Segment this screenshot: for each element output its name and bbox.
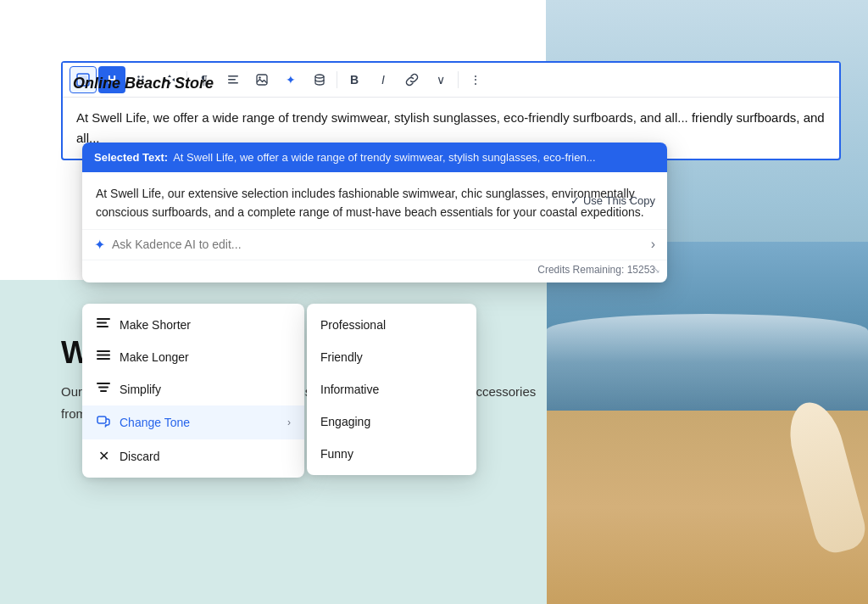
selected-text-label: Selected Text: <box>94 151 168 164</box>
change-tone-arrow-icon: › <box>287 417 291 428</box>
professional-label: Professional <box>320 318 386 332</box>
ai-suggestion-text: At Swell Life, our extensive selection i… <box>96 187 644 219</box>
svg-rect-14 <box>97 318 110 320</box>
svg-rect-11 <box>257 75 267 85</box>
ai-popup: Selected Text: At Swell Life, we offer a… <box>82 143 667 282</box>
svg-rect-15 <box>97 322 107 324</box>
svg-rect-8 <box>228 76 238 77</box>
check-icon: ✓ <box>570 194 580 207</box>
toolbar-overflow-btn[interactable]: ⋮ <box>462 66 489 93</box>
discard-label: Discard <box>120 450 291 463</box>
submenu-item-friendly[interactable]: Friendly <box>307 341 476 373</box>
friendly-label: Friendly <box>320 350 363 364</box>
make-longer-label: Make Longer <box>120 350 291 364</box>
ai-suggestion-area: At Swell Life, our extensive selection i… <box>82 172 667 229</box>
selected-text-bar: Selected Text: At Swell Life, we offer a… <box>82 143 667 172</box>
discard-icon: ✕ <box>96 448 111 464</box>
ai-resize-handle: ⤡ <box>652 264 660 276</box>
svg-rect-19 <box>97 358 110 360</box>
toolbar-link-btn[interactable] <box>398 66 426 93</box>
menu-item-make-longer[interactable]: Make Longer <box>82 341 304 373</box>
context-menu: Make Shorter Make Longer Simplify <box>82 304 304 478</box>
page-title: Online Beach Store <box>73 75 214 92</box>
toolbar-sep-2 <box>337 71 337 88</box>
svg-rect-18 <box>97 355 110 356</box>
toolbar-ai-btn[interactable]: ✦ <box>277 66 304 93</box>
submenu-item-funny[interactable]: Funny <box>307 438 476 470</box>
toolbar-expand-btn[interactable]: ∨ <box>427 66 454 93</box>
svg-rect-22 <box>100 390 107 392</box>
menu-item-change-tone[interactable]: Change Tone › <box>82 405 304 439</box>
svg-rect-20 <box>97 383 110 384</box>
change-tone-icon <box>96 414 111 431</box>
svg-point-13 <box>315 75 324 78</box>
toolbar-align-btn[interactable] <box>220 66 247 93</box>
selected-text-content: At Swell Life, we offer a wide range of … <box>173 151 595 164</box>
svg-rect-21 <box>98 387 108 389</box>
simplify-label: Simplify <box>120 383 291 396</box>
toolbar-sep-3 <box>458 71 459 88</box>
menu-item-discard[interactable]: ✕ Discard <box>82 439 304 473</box>
use-this-copy-label: Use This Copy <box>583 194 655 207</box>
svg-point-12 <box>259 76 260 78</box>
use-this-copy-button[interactable]: ✓ Use This Copy <box>570 194 655 207</box>
ai-edit-input[interactable] <box>112 238 644 251</box>
svg-rect-23 <box>97 417 106 423</box>
menu-item-simplify[interactable]: Simplify <box>82 373 304 405</box>
svg-rect-9 <box>228 79 236 81</box>
submenu-item-informative[interactable]: Informative <box>307 373 476 405</box>
credits-remaining: Credits Remaining: 15253 <box>537 264 655 276</box>
toolbar-db-btn[interactable] <box>306 66 333 93</box>
change-tone-label: Change Tone <box>120 416 279 429</box>
informative-label: Informative <box>320 383 379 396</box>
toolbar-image-btn[interactable] <box>248 66 275 93</box>
make-shorter-label: Make Shorter <box>120 318 291 332</box>
make-longer-icon <box>96 350 111 365</box>
svg-rect-10 <box>228 82 238 84</box>
submenu-item-engaging[interactable]: Engaging <box>307 405 476 438</box>
make-shorter-icon <box>96 317 111 333</box>
toolbar-bold-btn[interactable]: B <box>341 66 368 93</box>
engaging-label: Engaging <box>320 415 370 428</box>
toolbar-italic-btn[interactable]: I <box>370 66 397 93</box>
credits-row: Credits Remaining: 15253 <box>82 260 667 282</box>
tone-submenu: Professional Friendly Informative Engagi… <box>307 304 476 475</box>
ai-submit-button[interactable]: › <box>651 237 655 252</box>
svg-rect-16 <box>97 326 108 327</box>
ai-input-row: ✦ › ⤡ <box>82 229 667 260</box>
svg-rect-17 <box>97 350 110 352</box>
editor-text: At Swell Life, we offer a wide range of … <box>76 110 688 125</box>
menu-item-make-shorter[interactable]: Make Shorter <box>82 309 304 341</box>
ai-spark-icon: ✦ <box>94 237 105 253</box>
funny-label: Funny <box>320 447 353 461</box>
submenu-item-professional[interactable]: Professional <box>307 309 476 341</box>
simplify-icon <box>96 382 111 397</box>
